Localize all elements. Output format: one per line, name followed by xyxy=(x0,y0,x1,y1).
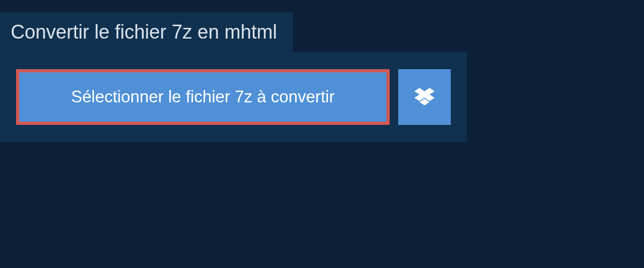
dropbox-icon xyxy=(414,88,435,106)
page-container: Convertir le fichier 7z en mhtml Sélecti… xyxy=(0,0,644,142)
button-row: Sélectionner le fichier 7z à convertir xyxy=(16,69,451,125)
converter-panel: Sélectionner le fichier 7z à convertir xyxy=(0,52,467,142)
dropbox-button[interactable] xyxy=(398,69,451,125)
page-title: Convertir le fichier 7z en mhtml xyxy=(11,21,277,43)
select-file-button-label: Sélectionner le fichier 7z à convertir xyxy=(71,87,334,107)
title-tab: Convertir le fichier 7z en mhtml xyxy=(0,12,293,52)
select-file-button[interactable]: Sélectionner le fichier 7z à convertir xyxy=(16,69,390,125)
